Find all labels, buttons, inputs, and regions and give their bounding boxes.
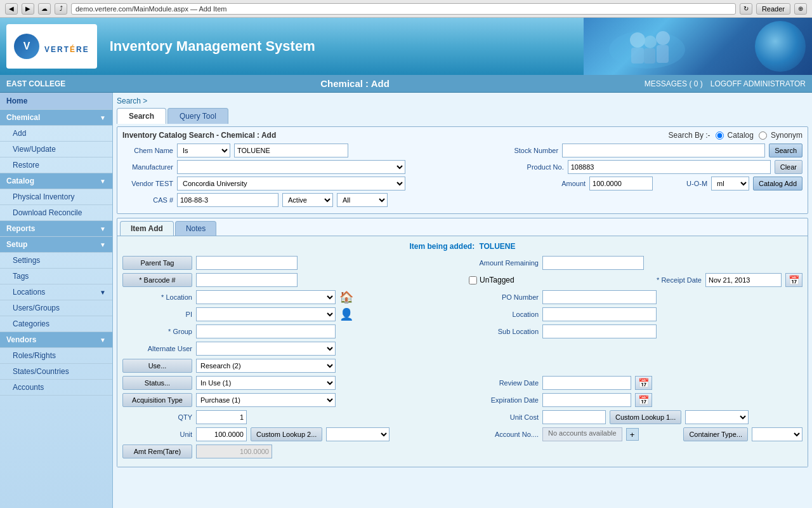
share-btn[interactable]: ⤴ [55,3,67,15]
custom-lookup1-select[interactable] [685,410,749,424]
manufacturer-select[interactable] [177,160,405,174]
review-date-row: Review Date 📅 [469,376,802,390]
parent-tag-input[interactable] [196,256,298,270]
cloud-btn[interactable]: ☁ [38,3,51,15]
unit-input[interactable] [196,427,247,441]
amt-rem-tare-btn[interactable]: Amt Rem(Tare) [122,444,192,458]
container-type-select[interactable] [752,427,802,441]
alt-user-label: Alternate User [122,345,192,352]
logoff-link[interactable]: LOGOFF ADMINISTRATOR [710,79,806,88]
custom-lookup2-btn[interactable]: Custom Lookup 2... [251,427,322,441]
pi-select[interactable] [196,307,336,321]
sidebar-item-setup[interactable]: Setup ▼ [0,237,112,253]
sidebar-item-tags[interactable]: Tags [0,269,112,284]
sidebar-item-chemical[interactable]: Chemical ▼ [0,110,112,126]
cas-input[interactable] [177,193,278,207]
forward-btn[interactable]: ▶ [22,3,34,15]
acq-type-select[interactable]: Purchase (1) [196,393,336,407]
container-type-btn[interactable]: Container Type... [683,427,748,441]
sidebar-item-states-countries[interactable]: States/Countries [0,364,112,380]
alt-user-select[interactable] [196,342,336,356]
radio-catalog[interactable] [716,131,724,140]
custom-lookup1-btn[interactable]: Custom Lookup 1... [610,410,681,424]
expiration-date-input[interactable] [542,393,631,407]
app-title: Inventory Management System [110,38,315,55]
stock-number-label: Stock Number [508,147,558,154]
sidebar-item-catalog[interactable]: Catalog ▼ [0,173,112,189]
use-btn[interactable]: Use... [122,359,192,373]
add-account-btn[interactable]: + [626,428,639,441]
expiration-date-calendar-btn[interactable]: 📅 [635,393,652,407]
status-select[interactable]: In Use (1) [196,376,336,390]
sidebar-item-roles-rights[interactable]: Roles/Rights [0,348,112,364]
search-btn[interactable]: Search [769,144,802,157]
po-number-input[interactable] [542,290,657,304]
refresh-btn[interactable]: ↻ [740,3,752,15]
maximize-btn[interactable]: ⊕ [794,3,807,15]
radio-synonym[interactable] [759,131,767,140]
sidebar-item-add[interactable]: Add [0,126,112,142]
item-tab-add[interactable]: Item Add [120,221,174,236]
sidebar-item-vendors[interactable]: Vendors ▼ [0,332,112,348]
untagged-checkbox[interactable] [469,276,477,284]
messages-link[interactable]: MESSAGES ( 0 ) [645,79,703,88]
chevron-down-icon: ▼ [100,337,106,344]
reader-btn[interactable]: Reader [756,3,790,15]
acq-type-btn[interactable]: Acquisition Type [122,393,192,407]
receipt-date-calendar-btn[interactable]: 📅 [785,273,802,287]
no-accounts-label: No accounts available [542,427,622,441]
catalog-add-btn[interactable]: Catalog Add [753,177,802,190]
clear-btn[interactable]: Clear [775,160,802,174]
qty-input[interactable] [196,410,247,424]
stock-number-input[interactable] [562,144,765,157]
sidebar-item-locations[interactable]: Locations ▼ [0,284,112,300]
sidebar-item-categories[interactable]: Categories [0,316,112,332]
location-select[interactable] [196,290,336,304]
group-input[interactable] [196,324,336,338]
content-area: Search > Search Query Tool Inventory Cat… [113,93,812,508]
vendor-select[interactable]: Concordia University [177,177,405,190]
sidebar-item-download-reconcile[interactable]: Download Reconcile [0,205,112,221]
sidebar-item-users-groups[interactable]: Users/Groups [0,300,112,316]
amount-input[interactable] [589,177,653,190]
svg-rect-4 [631,48,644,64]
svg-rect-6 [657,45,669,63]
unit-cost-input[interactable] [542,410,606,424]
product-no-input[interactable] [568,160,771,174]
review-date-input[interactable] [542,376,631,390]
barcode-btn[interactable]: * Barcode # [122,273,192,287]
status-row: Status... In Use (1) [122,376,456,390]
sidebar-item-reports[interactable]: Reports ▼ [0,221,112,237]
active-select[interactable]: Active Inactive [282,193,333,207]
item-tab-notes[interactable]: Notes [175,221,216,236]
alt-user-row: Alternate User [122,342,456,356]
location-home-icon[interactable]: 🏠 [339,290,353,304]
back-btn[interactable]: ◀ [5,3,18,15]
review-date-calendar-btn[interactable]: 📅 [635,376,652,390]
amount-remaining-input[interactable] [542,256,644,270]
uom-select[interactable]: ml [711,177,749,190]
parent-tag-btn[interactable]: Parent Tag [122,256,192,270]
tab-query-tool[interactable]: Query Tool [167,108,228,124]
location-right-input[interactable] [542,307,657,321]
amount-label: Amount [535,180,586,187]
barcode-input[interactable] [196,273,298,287]
amt-rem-tare-input[interactable] [196,444,272,458]
status-btn[interactable]: Status... [122,376,192,390]
all-select[interactable]: All [337,193,388,207]
chem-name-op-select[interactable]: Is Contains Starts With [177,144,230,157]
address-bar[interactable]: demo.vertere.com/MainModule.aspx — Add I… [71,3,736,15]
sidebar-item-viewupdate[interactable]: View/Update [0,142,112,157]
sidebar-item-accounts[interactable]: Accounts [0,380,112,396]
sidebar-item-home[interactable]: Home [0,93,112,110]
unit-dropdown[interactable] [326,427,390,441]
account-no-label: Account No.... [469,431,539,438]
use-select[interactable]: Research (2) [196,359,336,373]
sub-location-input[interactable] [542,324,657,338]
sidebar-item-physical-inventory[interactable]: Physical Inventory [0,189,112,205]
sidebar-item-restore[interactable]: Restore [0,157,112,173]
sidebar-item-settings[interactable]: Settings [0,253,112,269]
chem-name-input[interactable] [234,144,348,157]
receipt-date-input[interactable] [705,273,782,287]
tab-search[interactable]: Search [117,108,166,124]
